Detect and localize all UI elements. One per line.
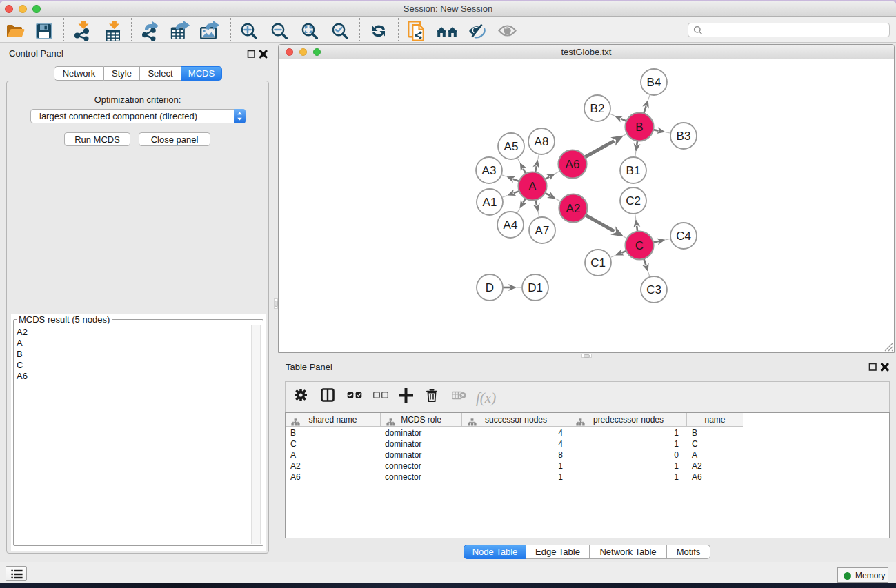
svg-text:B4: B4 <box>647 76 661 89</box>
svg-text:B: B <box>635 121 643 134</box>
svg-text:B2: B2 <box>590 102 605 115</box>
svg-text:A1: A1 <box>483 196 497 209</box>
svg-text:A8: A8 <box>535 135 549 148</box>
svg-text:B1: B1 <box>626 164 641 177</box>
svg-text:D: D <box>486 281 494 294</box>
svg-text:C2: C2 <box>626 194 641 207</box>
svg-text:D1: D1 <box>528 281 543 294</box>
svg-text:B3: B3 <box>677 130 691 143</box>
svg-text:C1: C1 <box>590 256 606 270</box>
svg-text:A7: A7 <box>535 224 550 237</box>
svg-text:C: C <box>635 239 644 252</box>
svg-text:C4: C4 <box>676 230 691 243</box>
svg-text:A4: A4 <box>504 219 518 232</box>
svg-text:A6: A6 <box>566 158 580 171</box>
svg-text:C3: C3 <box>646 283 661 296</box>
svg-text:A: A <box>528 180 537 193</box>
svg-text:A2: A2 <box>566 202 581 215</box>
svg-text:A3: A3 <box>482 164 497 177</box>
svg-text:A5: A5 <box>504 140 519 153</box>
